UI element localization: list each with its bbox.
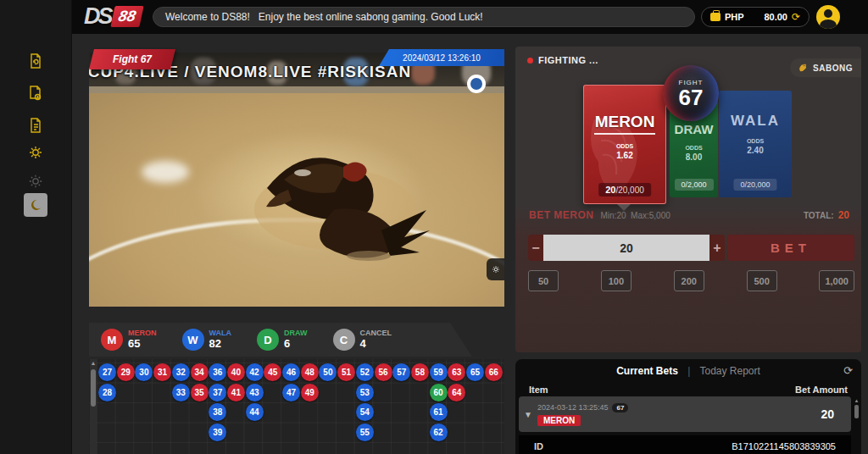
draw-odds-value: 8.00 <box>686 152 702 162</box>
bet-time: 2024-03-12 13:25:45 <box>537 403 609 412</box>
report-icon[interactable] <box>24 114 47 137</box>
rooster-icon <box>797 62 809 74</box>
user-avatar[interactable] <box>816 5 840 29</box>
betting-panel: FIGHTING ... SABONG FIGHT 67 MERON ODDS … <box>515 47 861 352</box>
status-text: FIGHTING ... <box>538 55 598 65</box>
result-circle-63: 63 <box>448 363 465 381</box>
result-circle-53: 53 <box>356 384 374 401</box>
light-mode-sun-icon[interactable] <box>24 169 47 193</box>
stats-items: MMERON65WWALA82DDRAW6CCANCEL4 <box>101 329 392 351</box>
logo-88-text: 88 <box>110 6 143 27</box>
quick-amounts: 501002005001,000 <box>528 270 854 291</box>
live-video-player[interactable]: UCUP4.LIVE / VENOM8.LIVE #RISKISAN <box>89 53 504 307</box>
bet-amount-stepper: − + <box>528 235 725 261</box>
result-circle-59: 59 <box>430 363 448 381</box>
quick-amount-500-button[interactable]: 500 <box>747 270 777 291</box>
wala-odds-label: ODDS <box>747 138 764 144</box>
quick-amount-1000-button[interactable]: 1,000 <box>819 270 854 291</box>
grid-scrollbar[interactable]: ▲ <box>90 359 97 454</box>
grid-scroll-up-icon[interactable]: ▲ <box>90 359 97 368</box>
bets-column-headers: Item Bet Amount <box>529 385 848 395</box>
decrease-bet-button[interactable]: − <box>528 235 543 261</box>
stat-item-wala: WWALA82 <box>182 329 232 351</box>
bets-scroll-up-icon[interactable]: ▲ <box>854 398 860 403</box>
ds88-logo[interactable]: DS 88 <box>84 3 142 30</box>
wallet-currency: PHP <box>725 12 744 22</box>
meron-odds-value: 1.62 <box>616 151 632 160</box>
stat-item-cancel: CCANCEL4 <box>333 329 392 351</box>
avatar-head <box>824 9 832 18</box>
video-replay-icon[interactable] <box>24 49 47 73</box>
result-circle-43: 43 <box>246 384 264 401</box>
video-settings-tab[interactable] <box>487 258 504 280</box>
meron-underline <box>594 133 655 135</box>
meron-odds-label: ODDS <box>616 143 633 149</box>
bet-id-label: ID <box>534 441 543 451</box>
meron-bet-card[interactable]: MERON ODDS 1.62 20/20,000 <box>583 85 666 204</box>
result-circle-37: 37 <box>209 384 226 401</box>
announcement-marquee: Welcome to DS88! Enjoy the best online s… <box>153 7 695 27</box>
tabs-separator: | <box>687 365 690 377</box>
stats-bar: MMERON65WWALA82DDRAW6CCANCEL4 <box>89 323 472 357</box>
settings-gear-icon[interactable] <box>24 141 47 164</box>
video-timestamp-badge: 2024/03/12 13:26:10 <box>379 49 504 66</box>
result-circle-50: 50 <box>319 363 337 381</box>
result-circle-46: 46 <box>282 363 300 381</box>
bets-tabs: Current Bets | Today Report <box>515 365 861 377</box>
bet-amount-value: 20 <box>821 407 834 421</box>
bets-scroll-thumb[interactable] <box>854 405 859 418</box>
stat-count: 4 <box>360 338 392 350</box>
bet-selection-label: BET MERON <box>529 209 594 221</box>
result-circle-34: 34 <box>191 363 209 381</box>
result-circle-33: 33 <box>172 384 190 401</box>
chevron-down-icon[interactable]: ▼ <box>524 410 532 419</box>
result-circle-35: 35 <box>191 384 209 401</box>
result-circle-62: 62 <box>430 424 448 441</box>
stat-item-draw: DDRAW6 <box>257 329 308 351</box>
tab-current-bets[interactable]: Current Bets <box>616 365 678 377</box>
bet-row[interactable]: ▼ 2024-03-12 13:25:45 67 MERON 20 <box>519 396 851 432</box>
tab-today-report[interactable]: Today Report <box>699 365 760 377</box>
result-circle-49: 49 <box>301 384 319 401</box>
result-circle-56: 56 <box>375 363 392 381</box>
result-circle-31: 31 <box>153 363 171 381</box>
wallet-balance[interactable]: PHP 80.00 ⟳ <box>701 7 810 27</box>
bets-refresh-icon[interactable]: ⟳ <box>843 364 853 377</box>
balance-refresh-icon[interactable]: ⟳ <box>792 12 800 22</box>
avatar-body <box>820 19 837 29</box>
grid-scroll-thumb[interactable] <box>91 369 96 407</box>
wallet-icon <box>710 13 721 21</box>
increase-bet-button[interactable]: + <box>709 235 725 261</box>
place-bet-button[interactable]: BET <box>727 235 854 261</box>
dark-mode-moon-icon[interactable] <box>24 193 47 217</box>
result-circle-40: 40 <box>227 363 245 381</box>
quick-amount-50-button[interactable]: 50 <box>528 270 559 291</box>
meron-title: MERON <box>595 113 655 131</box>
draw-circle-icon: D <box>257 329 279 351</box>
result-circle-52: 52 <box>356 363 374 381</box>
result-circle-41: 41 <box>227 384 245 401</box>
bets-scrollbar[interactable]: ▲ <box>854 398 860 449</box>
stream-logo-badge <box>467 75 486 93</box>
app-root: DS 88 Welcome to DS88! Enjoy the best on… <box>0 0 868 454</box>
bet-amount-input[interactable] <box>543 235 709 261</box>
cancel-circle-icon: C <box>333 329 355 351</box>
stat-count: 82 <box>209 338 232 350</box>
logo-ds-text: DS <box>84 3 111 30</box>
quick-amount-200-button[interactable]: 200 <box>674 270 704 291</box>
draw-pool: 0/2,000 <box>674 179 713 191</box>
sabong-game-chip[interactable]: SABONG <box>790 58 861 77</box>
col-item: Item <box>529 385 548 395</box>
bet-records-icon[interactable] <box>24 81 47 105</box>
result-circle-55: 55 <box>356 424 374 441</box>
quick-amount-100-button[interactable]: 100 <box>601 270 632 291</box>
result-circle-42: 42 <box>246 363 264 381</box>
stat-count: 65 <box>128 338 157 350</box>
total-value: 20 <box>838 209 849 221</box>
bet-id-value: B1710221145803839305 <box>732 441 836 451</box>
fighting-roosters-silhouette <box>208 129 445 273</box>
result-circle-65: 65 <box>466 363 484 381</box>
wala-bet-card[interactable]: WALA ODDS 2.40 0/20,000 <box>719 91 792 197</box>
status-dot-icon <box>527 58 533 64</box>
wala-odds-value: 2.40 <box>747 146 763 155</box>
